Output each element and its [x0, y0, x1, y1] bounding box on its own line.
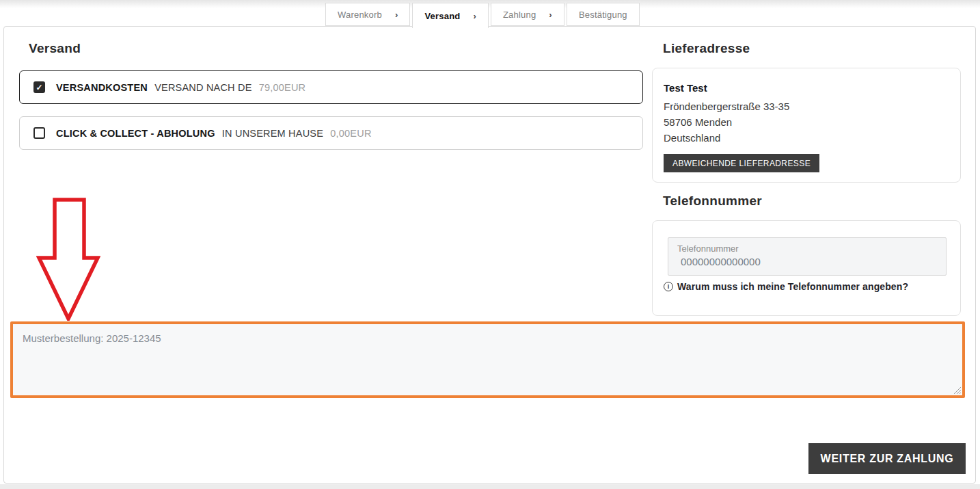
- tab-warenkorb[interactable]: Warenkorb ›: [325, 3, 410, 26]
- resize-handle-icon[interactable]: [953, 386, 962, 395]
- phone-input[interactable]: [677, 254, 937, 267]
- shipping-option-text: CLICK & COLLECT - ABHOLUNG IN UNSEREM HA…: [56, 128, 372, 139]
- shipping-option-checkbox[interactable]: ✓: [33, 81, 45, 93]
- order-comment-highlight: Musterbestellung: 2025-12345: [10, 321, 965, 398]
- recipient-name: Test Test: [664, 82, 949, 94]
- tab-warenkorb-label: Warenkorb: [338, 10, 382, 20]
- address-street: Fröndenbergerstraße 33-35: [664, 98, 949, 114]
- phone-field[interactable]: Telefonnummer: [668, 237, 947, 276]
- shipping-option-versandkosten[interactable]: ✓ VERSANDKOSTEN VERSAND NACH DE 79,00EUR: [19, 70, 643, 104]
- shipping-option-name: VERSANDKOSTEN: [56, 82, 148, 93]
- tab-versand-label: Versand: [424, 11, 460, 21]
- shipping-option-description: VERSAND NACH DE: [154, 82, 251, 93]
- shipping-option-price: 79,00EUR: [259, 82, 306, 93]
- checkmark-icon: ✓: [36, 83, 42, 92]
- checkout-page: Warenkorb › Versand › Zahlung › Bestätig…: [0, 0, 980, 489]
- different-delivery-address-button[interactable]: ABWEICHENDE LIEFERADRESSE: [664, 154, 819, 172]
- continue-to-payment-button[interactable]: WEITER ZUR ZAHLUNG: [808, 443, 966, 474]
- checkout-steps: Warenkorb › Versand › Zahlung › Bestätig…: [325, 3, 640, 28]
- delivery-address-card: Test Test Fröndenbergerstraße 33-35 5870…: [652, 68, 961, 183]
- shipping-option-price: 0,00EUR: [330, 128, 371, 139]
- shipping-option-click-collect[interactable]: ✓ CLICK & COLLECT - ABHOLUNG IN UNSEREM …: [19, 116, 643, 150]
- phone-info-link[interactable]: i Warum muss ich meine Telefonnummer ang…: [664, 281, 908, 292]
- tab-zahlung-label: Zahlung: [503, 10, 536, 20]
- phone-section-title: Telefonnummer: [663, 194, 762, 209]
- tab-bestaetigung[interactable]: Bestätigung: [567, 3, 640, 26]
- phone-field-label: Telefonnummer: [677, 243, 946, 254]
- shipping-option-name: CLICK & COLLECT - ABHOLUNG: [56, 128, 215, 139]
- tab-bestaetigung-label: Bestätigung: [579, 10, 627, 20]
- info-icon: i: [664, 282, 673, 291]
- phone-card: Telefonnummer i Warum muss ich meine Tel…: [652, 220, 961, 316]
- page-bottom-strip: [0, 484, 980, 489]
- shipping-option-description: IN UNSEREM HAUSE: [222, 128, 323, 139]
- tab-versand[interactable]: Versand ›: [412, 3, 489, 28]
- address-country: Deutschland: [664, 130, 949, 146]
- shipping-section-title: Versand: [29, 41, 81, 56]
- address-city: 58706 Menden: [664, 114, 949, 130]
- phone-info-text: Warum muss ich meine Telefonnummer angeb…: [677, 281, 908, 292]
- shipping-option-checkbox[interactable]: ✓: [33, 127, 45, 139]
- chevron-right-icon: ›: [473, 11, 476, 21]
- tab-zahlung[interactable]: Zahlung ›: [491, 3, 564, 26]
- order-comment-textarea[interactable]: Musterbestellung: 2025-12345: [13, 324, 962, 395]
- shipping-option-text: VERSANDKOSTEN VERSAND NACH DE 79,00EUR: [56, 82, 305, 93]
- delivery-address-title: Lieferadresse: [663, 41, 750, 56]
- chevron-right-icon: ›: [549, 10, 552, 20]
- chevron-right-icon: ›: [395, 10, 398, 20]
